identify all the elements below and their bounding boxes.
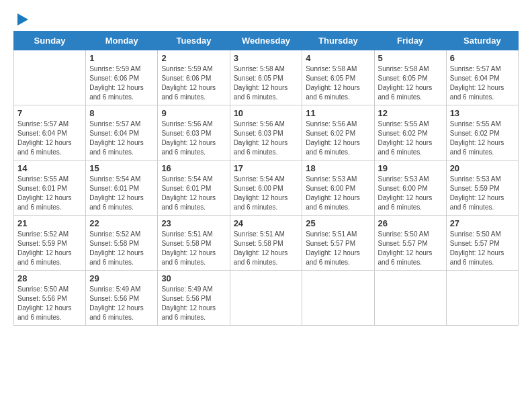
day-info: Sunrise: 5:50 AMSunset: 5:57 PMDaylight:…: [450, 230, 515, 267]
logo-arrow-icon: [17, 13, 28, 26]
day-info: Sunrise: 5:59 AMSunset: 6:06 PMDaylight:…: [161, 64, 226, 102]
day-number: 4: [306, 53, 370, 63]
day-number: 22: [89, 218, 154, 228]
day-info: Sunrise: 5:53 AMSunset: 6:00 PMDaylight:…: [306, 175, 370, 212]
weekday-header-thursday: Thursday: [302, 32, 374, 50]
weekday-header-friday: Friday: [374, 32, 446, 50]
calendar-cell: [446, 271, 518, 326]
calendar-cell: 1 Sunrise: 5:59 AMSunset: 6:06 PMDayligh…: [86, 50, 158, 105]
day-info: Sunrise: 5:51 AMSunset: 5:57 PMDaylight:…: [306, 230, 370, 267]
day-number: 21: [17, 218, 82, 228]
calendar-table: SundayMondayTuesdayWednesdayThursdayFrid…: [13, 31, 519, 326]
calendar-week-row: 21 Sunrise: 5:52 AMSunset: 5:59 PMDaylig…: [14, 216, 519, 271]
day-number: 7: [17, 108, 82, 118]
day-number: 20: [450, 163, 515, 173]
calendar-cell: 21 Sunrise: 5:52 AMSunset: 5:59 PMDaylig…: [14, 216, 86, 271]
day-number: 10: [234, 108, 299, 118]
day-info: Sunrise: 5:52 AMSunset: 5:59 PMDaylight:…: [17, 230, 82, 267]
calendar-cell: 13 Sunrise: 5:55 AMSunset: 6:02 PMDaylig…: [446, 105, 518, 161]
calendar-cell: 26 Sunrise: 5:50 AMSunset: 5:57 PMDaylig…: [374, 216, 446, 271]
calendar-cell: 3 Sunrise: 5:58 AMSunset: 6:05 PMDayligh…: [230, 50, 302, 105]
calendar-cell: 12 Sunrise: 5:55 AMSunset: 6:02 PMDaylig…: [374, 105, 446, 161]
calendar-cell: 9 Sunrise: 5:56 AMSunset: 6:03 PMDayligh…: [158, 105, 230, 161]
calendar-cell: 22 Sunrise: 5:52 AMSunset: 5:58 PMDaylig…: [86, 216, 158, 271]
calendar-cell: 25 Sunrise: 5:51 AMSunset: 5:57 PMDaylig…: [302, 216, 374, 271]
day-number: 13: [450, 108, 515, 118]
calendar-cell: 11 Sunrise: 5:56 AMSunset: 6:02 PMDaylig…: [302, 105, 374, 161]
day-number: 18: [306, 163, 370, 173]
day-info: Sunrise: 5:54 AMSunset: 6:01 PMDaylight:…: [89, 175, 154, 212]
day-number: 29: [89, 273, 154, 283]
day-number: 1: [89, 53, 154, 63]
page-header: [13, 13, 519, 26]
day-number: 28: [17, 273, 82, 283]
day-number: 12: [378, 108, 443, 118]
calendar-cell: 24 Sunrise: 5:51 AMSunset: 5:58 PMDaylig…: [230, 216, 302, 271]
day-number: 11: [306, 108, 370, 118]
calendar-header-row: SundayMondayTuesdayWednesdayThursdayFrid…: [14, 32, 519, 50]
calendar-cell: 17 Sunrise: 5:54 AMSunset: 6:00 PMDaylig…: [230, 161, 302, 216]
day-info: Sunrise: 5:56 AMSunset: 6:03 PMDaylight:…: [234, 120, 299, 157]
weekday-header-sunday: Sunday: [14, 32, 86, 50]
calendar-cell: 27 Sunrise: 5:50 AMSunset: 5:57 PMDaylig…: [446, 216, 518, 271]
calendar-cell: 18 Sunrise: 5:53 AMSunset: 6:00 PMDaylig…: [302, 161, 374, 216]
day-number: 2: [161, 53, 226, 63]
day-number: 26: [378, 218, 443, 228]
calendar-cell: 30 Sunrise: 5:49 AMSunset: 5:56 PMDaylig…: [158, 271, 230, 326]
day-info: Sunrise: 5:54 AMSunset: 6:01 PMDaylight:…: [161, 175, 226, 212]
calendar-week-row: 1 Sunrise: 5:59 AMSunset: 6:06 PMDayligh…: [14, 50, 519, 105]
weekday-header-monday: Monday: [86, 32, 158, 50]
day-number: 15: [89, 163, 154, 173]
day-number: 23: [161, 218, 226, 228]
calendar-cell: 15 Sunrise: 5:54 AMSunset: 6:01 PMDaylig…: [86, 161, 158, 216]
calendar-cell: 23 Sunrise: 5:51 AMSunset: 5:58 PMDaylig…: [158, 216, 230, 271]
day-info: Sunrise: 5:57 AMSunset: 6:04 PMDaylight:…: [450, 64, 515, 102]
day-number: 19: [378, 163, 443, 173]
calendar-cell: 4 Sunrise: 5:58 AMSunset: 6:05 PMDayligh…: [302, 50, 374, 105]
day-info: Sunrise: 5:53 AMSunset: 6:00 PMDaylight:…: [378, 175, 443, 212]
calendar-cell: 20 Sunrise: 5:53 AMSunset: 5:59 PMDaylig…: [446, 161, 518, 216]
weekday-header-saturday: Saturday: [446, 32, 518, 50]
day-info: Sunrise: 5:50 AMSunset: 5:56 PMDaylight:…: [17, 285, 82, 322]
day-info: Sunrise: 5:56 AMSunset: 6:02 PMDaylight:…: [306, 120, 370, 157]
calendar-cell: 16 Sunrise: 5:54 AMSunset: 6:01 PMDaylig…: [158, 161, 230, 216]
day-number: 30: [161, 273, 226, 283]
day-number: 6: [450, 53, 515, 63]
calendar-cell: 5 Sunrise: 5:58 AMSunset: 6:05 PMDayligh…: [374, 50, 446, 105]
calendar-cell: [14, 50, 86, 105]
day-info: Sunrise: 5:58 AMSunset: 6:05 PMDaylight:…: [234, 64, 299, 102]
day-number: 14: [17, 163, 82, 173]
calendar-cell: 2 Sunrise: 5:59 AMSunset: 6:06 PMDayligh…: [158, 50, 230, 105]
day-number: 5: [378, 53, 443, 63]
day-info: Sunrise: 5:58 AMSunset: 6:05 PMDaylight:…: [378, 64, 443, 102]
calendar-cell: [374, 271, 446, 326]
day-info: Sunrise: 5:55 AMSunset: 6:02 PMDaylight:…: [450, 120, 515, 157]
calendar-cell: 8 Sunrise: 5:57 AMSunset: 6:04 PMDayligh…: [86, 105, 158, 161]
calendar-cell: 10 Sunrise: 5:56 AMSunset: 6:03 PMDaylig…: [230, 105, 302, 161]
day-info: Sunrise: 5:49 AMSunset: 5:56 PMDaylight:…: [161, 285, 226, 322]
day-info: Sunrise: 5:56 AMSunset: 6:03 PMDaylight:…: [161, 120, 226, 157]
weekday-header-wednesday: Wednesday: [230, 32, 302, 50]
calendar-cell: [302, 271, 374, 326]
day-info: Sunrise: 5:52 AMSunset: 5:58 PMDaylight:…: [89, 230, 154, 267]
day-info: Sunrise: 5:55 AMSunset: 6:02 PMDaylight:…: [378, 120, 443, 157]
calendar-week-row: 28 Sunrise: 5:50 AMSunset: 5:56 PMDaylig…: [14, 271, 519, 326]
calendar-cell: 6 Sunrise: 5:57 AMSunset: 6:04 PMDayligh…: [446, 50, 518, 105]
calendar-week-row: 7 Sunrise: 5:57 AMSunset: 6:04 PMDayligh…: [14, 105, 519, 161]
calendar-cell: [230, 271, 302, 326]
day-info: Sunrise: 5:59 AMSunset: 6:06 PMDaylight:…: [89, 64, 154, 102]
calendar-week-row: 14 Sunrise: 5:55 AMSunset: 6:01 PMDaylig…: [14, 161, 519, 216]
day-number: 27: [450, 218, 515, 228]
calendar-cell: 28 Sunrise: 5:50 AMSunset: 5:56 PMDaylig…: [14, 271, 86, 326]
weekday-header-tuesday: Tuesday: [158, 32, 230, 50]
day-info: Sunrise: 5:57 AMSunset: 6:04 PMDaylight:…: [17, 120, 82, 157]
day-number: 25: [306, 218, 370, 228]
day-info: Sunrise: 5:49 AMSunset: 5:56 PMDaylight:…: [89, 285, 154, 322]
day-info: Sunrise: 5:51 AMSunset: 5:58 PMDaylight:…: [234, 230, 299, 267]
day-info: Sunrise: 5:58 AMSunset: 6:05 PMDaylight:…: [306, 64, 370, 102]
day-number: 24: [234, 218, 299, 228]
logo: [13, 13, 28, 26]
day-number: 3: [234, 53, 299, 63]
day-info: Sunrise: 5:50 AMSunset: 5:57 PMDaylight:…: [378, 230, 443, 267]
day-info: Sunrise: 5:54 AMSunset: 6:00 PMDaylight:…: [234, 175, 299, 212]
